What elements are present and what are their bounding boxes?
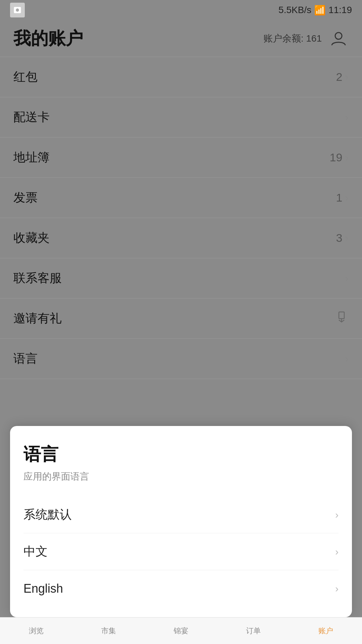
bottom-nav: 浏览 市集 锦宴 订单 账户 <box>0 617 362 644</box>
menu-right-favorites: 3 › <box>336 231 349 245</box>
menu-label-language: 语言 <box>13 351 38 367</box>
badge-favorites: 3 <box>336 231 342 245</box>
network-speed: 5.5KB/s <box>279 5 311 15</box>
status-left <box>10 3 25 17</box>
menu-right-peisongka: › <box>345 111 349 123</box>
menu-item-support[interactable]: 联系客服 › <box>0 258 362 299</box>
nav-item-browse[interactable]: 浏览 <box>0 618 72 644</box>
page-header: 我的账户 账户余额: 161 <box>0 20 362 57</box>
modal-subtitle: 应用的界面语言 <box>23 470 339 483</box>
share-icon <box>335 310 349 327</box>
chevron-icon: › <box>345 151 349 164</box>
chevron-icon-default: › <box>335 509 339 521</box>
language-modal: 语言 应用的界面语言 系统默认 › 中文 › English › <box>10 426 352 617</box>
chevron-icon: › <box>345 353 349 365</box>
chevron-icon: › <box>345 111 349 123</box>
signal-icons: 📶 <box>314 5 326 16</box>
avatar-button[interactable] <box>328 29 349 49</box>
badge-addressbook: 19 <box>330 151 343 164</box>
badge-invoice: 1 <box>336 191 342 204</box>
language-option-chinese[interactable]: 中文 › <box>23 533 339 570</box>
status-bar: 5.5KB/s 📶 11:19 <box>0 0 362 20</box>
svg-point-1 <box>16 8 19 11</box>
menu-item-addressbook[interactable]: 地址簿 19 › <box>0 138 362 178</box>
menu-right-language: › <box>345 353 349 365</box>
chevron-icon-english: › <box>335 583 339 594</box>
menu-label-hongbao: 红包 <box>13 69 38 85</box>
nav-item-feast[interactable]: 锦宴 <box>145 618 217 644</box>
time: 11:19 <box>328 5 352 15</box>
menu-label-favorites: 收藏夹 <box>13 230 50 246</box>
chevron-icon: › <box>345 272 349 284</box>
menu-right-hongbao: 2 › <box>336 70 349 84</box>
nav-label-account: 账户 <box>318 626 333 636</box>
menu-label-invite: 邀请有礼 <box>13 310 62 327</box>
menu-item-favorites[interactable]: 收藏夹 3 › <box>0 218 362 258</box>
svg-rect-3 <box>339 312 344 319</box>
menu-item-peisongka[interactable]: 配送卡 › <box>0 97 362 138</box>
menu-list: 红包 2 › 配送卡 › 地址簿 19 › 发票 1 › 收藏夹 3 › 联系客… <box>0 57 362 379</box>
menu-item-invite[interactable]: 邀请有礼 <box>0 299 362 339</box>
modal-title: 语言 <box>23 443 339 466</box>
nav-label-orders: 订单 <box>246 626 261 636</box>
chevron-icon: › <box>345 192 349 204</box>
header-right: 账户余额: 161 <box>263 29 349 49</box>
menu-label-peisongka: 配送卡 <box>13 109 50 125</box>
language-default-label: 系统默认 <box>23 506 72 523</box>
menu-right-invite <box>335 310 349 327</box>
menu-item-hongbao[interactable]: 红包 2 › <box>0 57 362 97</box>
menu-label-addressbook: 地址簿 <box>13 149 50 166</box>
nav-label-feast: 锦宴 <box>174 626 188 636</box>
account-balance: 账户余额: 161 <box>263 32 322 45</box>
svg-point-2 <box>335 33 342 39</box>
menu-label-invoice: 发票 <box>13 190 38 206</box>
language-chinese-label: 中文 <box>23 543 48 560</box>
chevron-icon-chinese: › <box>335 546 339 557</box>
language-option-english[interactable]: English › <box>23 570 339 607</box>
nav-label-browse: 浏览 <box>29 626 44 636</box>
photo-icon <box>10 3 25 17</box>
nav-label-market: 市集 <box>101 626 116 636</box>
nav-item-account[interactable]: 账户 <box>290 618 362 644</box>
menu-item-invoice[interactable]: 发票 1 › <box>0 178 362 218</box>
nav-item-market[interactable]: 市集 <box>72 618 145 644</box>
menu-right-invoice: 1 › <box>336 191 349 204</box>
menu-right-support: › <box>345 272 349 284</box>
chevron-icon: › <box>345 232 349 244</box>
menu-right-addressbook: 19 › <box>330 151 349 164</box>
language-option-default[interactable]: 系统默认 › <box>23 496 339 533</box>
language-english-label: English <box>23 582 63 596</box>
menu-item-language[interactable]: 语言 › <box>0 339 362 379</box>
nav-item-orders[interactable]: 订单 <box>217 618 290 644</box>
menu-label-support: 联系客服 <box>13 270 62 286</box>
chevron-icon: › <box>345 71 349 83</box>
badge-hongbao: 2 <box>336 70 342 84</box>
status-right: 5.5KB/s 📶 11:19 <box>279 5 352 16</box>
page-title: 我的账户 <box>13 27 83 50</box>
